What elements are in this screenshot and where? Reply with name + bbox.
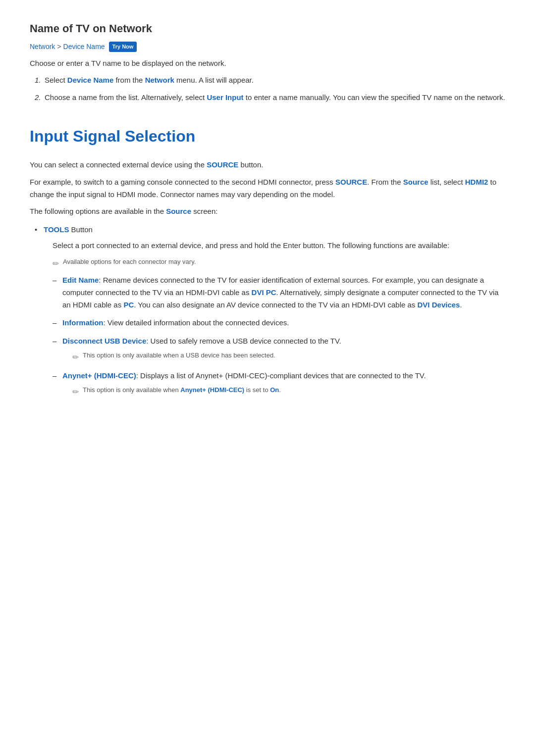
- dash-item-information: Information: View detailed information a…: [53, 317, 505, 329]
- para1-text-after: button.: [238, 160, 263, 169]
- anynet-suffix: : Displays a list of Anynet+ (HDMI-CEC)-…: [136, 371, 426, 380]
- breadcrumb-separator: >: [57, 41, 61, 52]
- note-text-anynet: This option is only available when Anyne…: [83, 385, 281, 395]
- section-name-of-tv: Name of TV on Network Network > Device N…: [30, 20, 505, 104]
- edit-name-text4: .: [460, 301, 462, 309]
- step-1: 1. Select Device Name from the Network m…: [35, 74, 505, 87]
- para3-link-source: Source: [166, 207, 191, 215]
- disconnect-usb-suffix: : Used to safely remove a USB device con…: [146, 337, 341, 345]
- section1-title: Name of TV on Network: [30, 20, 505, 37]
- dash-list: Edit Name: Rename devices connected to t…: [53, 274, 505, 399]
- para2-link-hdmi2: HDMI2: [465, 178, 488, 186]
- step2-text-after: to enter a name manually. You can view t…: [244, 93, 505, 101]
- breadcrumb: Network > Device Name Try Now: [30, 41, 505, 52]
- pencil-icon-anynet: ✏: [72, 386, 79, 399]
- tools-title: TOOLS: [44, 225, 69, 234]
- section1-intro: Choose or enter a TV name to be displaye…: [30, 57, 505, 70]
- disconnect-usb-title: Disconnect USB Device: [62, 337, 146, 345]
- step1-link-device-name: Device Name: [67, 76, 113, 84]
- dash-item-anynet: Anynet+ (HDMI-CEC): Displays a list of A…: [53, 370, 505, 399]
- section2-para2: For example, to switch to a gaming conso…: [30, 176, 505, 201]
- section2-para3: The following options are available in t…: [30, 205, 505, 218]
- edit-name-text3: . You can also designate an AV device co…: [134, 301, 417, 309]
- para2-link-source2: Source: [403, 178, 428, 186]
- bullet-list: TOOLS Button Select a port connected to …: [30, 224, 505, 399]
- dash-item-disconnect-usb: Disconnect USB Device: Used to safely re…: [53, 335, 505, 364]
- step2-text-before: Choose a name from the list. Alternative…: [45, 93, 207, 101]
- para3-text-after: screen:: [191, 207, 217, 215]
- section2-title: Input Signal Selection: [30, 124, 505, 149]
- anynet-note-link1: Anynet+ (HDMI-CEC): [180, 386, 244, 394]
- step1-link-network: Network: [145, 76, 174, 84]
- section-input-signal: Input Signal Selection You can select a …: [30, 124, 505, 399]
- para2-text3: list, select: [428, 178, 465, 186]
- step1-text-middle: from the: [113, 76, 145, 84]
- para2-text-before: For example, to switch to a gaming conso…: [30, 178, 335, 186]
- information-title: Information: [62, 318, 104, 327]
- pencil-icon-usb: ✏: [72, 351, 79, 364]
- link-pc: PC: [123, 301, 134, 309]
- try-now-badge[interactable]: Try Now: [109, 42, 137, 52]
- step1-text-after: menu. A list will appear.: [174, 76, 254, 84]
- tools-suffix: Button: [69, 225, 93, 234]
- bullet-item-tools: TOOLS Button Select a port connected to …: [35, 224, 505, 399]
- information-suffix: : View detailed information about the co…: [104, 318, 289, 327]
- pencil-icon-1: ✏: [53, 257, 59, 270]
- para2-link-source1: SOURCE: [335, 178, 367, 186]
- note-row-anynet: ✏ This option is only available when Any…: [62, 385, 505, 399]
- section2-para1: You can select a connected external devi…: [30, 159, 505, 171]
- note-row-1: ✏ Available options for each connector m…: [53, 257, 505, 270]
- step2-link-user-input: User Input: [207, 93, 243, 101]
- link-dvi-pc: DVI PC: [252, 288, 276, 297]
- note-text-usb: This option is only available when a USB…: [83, 351, 275, 360]
- breadcrumb-network[interactable]: Network: [30, 41, 55, 52]
- step-2: 2. Choose a name from the list. Alternat…: [35, 92, 505, 104]
- note-text-1: Available options for each connector may…: [63, 257, 196, 267]
- para1-text-before: You can select a connected external devi…: [30, 160, 207, 169]
- section1-steps: 1. Select Device Name from the Network m…: [30, 74, 505, 104]
- step1-num: 1.: [35, 74, 41, 87]
- para3-text-before: The following options are available in t…: [30, 207, 166, 215]
- note-row-usb: ✏ This option is only available when a U…: [62, 351, 505, 364]
- tools-description: Select a port connected to an external d…: [44, 240, 505, 399]
- edit-name-title: Edit Name: [62, 276, 99, 284]
- para2-text2: . From the: [367, 178, 403, 186]
- anynet-note-link2: On: [270, 386, 279, 394]
- tools-desc-text: Select a port connected to an external d…: [53, 240, 505, 252]
- step1-text-before: Select: [45, 76, 67, 84]
- breadcrumb-device-name[interactable]: Device Name: [63, 41, 105, 52]
- anynet-title: Anynet+ (HDMI-CEC): [62, 371, 136, 380]
- para1-link-source: SOURCE: [207, 160, 238, 169]
- dash-item-edit-name: Edit Name: Rename devices connected to t…: [53, 274, 505, 311]
- link-dvi-devices: DVI Devices: [418, 301, 460, 309]
- step2-num: 2.: [35, 92, 41, 104]
